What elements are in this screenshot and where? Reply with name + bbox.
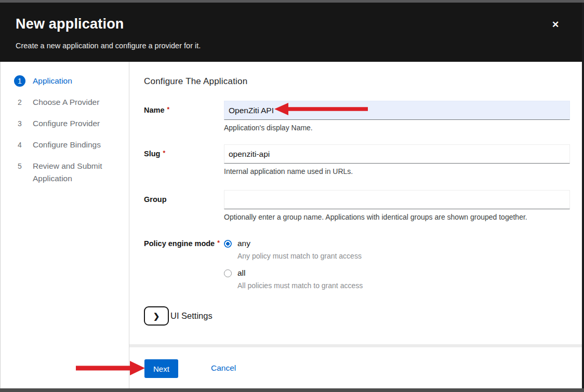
group-helper-text: Optionally enter a group name. Applicati… [224, 213, 570, 221]
footer-divider [129, 344, 582, 347]
form-row-name: Name* Application's display Name. [144, 101, 570, 132]
required-asterisk: * [167, 106, 170, 113]
wizard-step-choose-provider[interactable]: 2 Choose A Provider [1, 97, 129, 109]
group-input[interactable] [224, 190, 570, 209]
policy-mode-all-label: all [237, 268, 246, 278]
new-application-modal-screen: New application Create a new application… [0, 0, 584, 392]
form-row-group: Group Optionally enter a group name. App… [144, 190, 570, 221]
policy-mode-any-helper: Any policy must match to grant access [237, 252, 570, 260]
name-input[interactable] [224, 101, 570, 120]
ui-settings-label: UI Settings [170, 311, 213, 321]
step-label: Configure Bindings [33, 139, 101, 151]
policy-mode-all-helper: All policies must match to grant access [237, 281, 570, 290]
radio-selected-icon[interactable] [224, 240, 232, 248]
group-label: Group [144, 190, 224, 221]
modal-title: New application [16, 16, 124, 32]
modal-body: 1 Application 2 Choose A Provider 3 Conf… [0, 62, 582, 388]
ui-settings-section: ❯ UI Settings [144, 306, 213, 326]
wizard-main-pane: Configure The Application Name* Applicat… [129, 62, 582, 388]
cancel-link[interactable]: Cancel [211, 363, 236, 373]
next-button[interactable]: Next [144, 359, 178, 378]
wizard-step-configure-provider[interactable]: 3 Configure Provider [1, 118, 129, 130]
slug-helper-text: Internal application name used in URLs. [224, 167, 570, 175]
pane-heading: Configure The Application [144, 76, 247, 87]
step-number-badge: 2 [14, 97, 25, 108]
radio-unselected-icon[interactable] [224, 269, 232, 277]
step-number-badge: 5 [14, 160, 25, 172]
policy-mode-any-label: any [237, 239, 250, 248]
wizard-steps-nav: 1 Application 2 Choose A Provider 3 Conf… [1, 62, 129, 388]
page-backdrop-bottom [0, 388, 584, 392]
close-icon[interactable]: ✕ [549, 18, 562, 32]
step-label: Configure Provider [33, 117, 100, 130]
wizard-step-application[interactable]: 1 Application [1, 75, 129, 87]
slug-input[interactable] [224, 144, 570, 164]
step-label: Choose A Provider [33, 96, 99, 109]
slug-label: Slug* [144, 144, 224, 175]
required-asterisk: * [217, 239, 220, 247]
modal-subtitle: Create a new application and configure a… [16, 42, 201, 50]
form-row-slug: Slug* Internal application name used in … [144, 144, 570, 175]
name-label: Name* [144, 101, 224, 132]
modal-header: New application Create a new application… [0, 3, 582, 62]
policy-engine-mode-label: Policy engine mode* [144, 238, 224, 297]
step-number-badge: 3 [14, 118, 25, 129]
required-asterisk: * [163, 150, 165, 157]
step-number-badge: 4 [14, 139, 25, 151]
wizard-step-review-submit[interactable]: 5 Review and Submit Application [1, 160, 129, 185]
step-number-badge: 1 [14, 75, 25, 87]
policy-mode-any-radio[interactable]: any [224, 238, 570, 248]
chevron-right-icon[interactable]: ❯ [144, 306, 169, 326]
wizard-step-configure-bindings[interactable]: 4 Configure Bindings [1, 139, 129, 151]
page-backdrop-right [582, 3, 584, 388]
name-helper-text: Application's display Name. [224, 124, 570, 132]
form-row-policy-engine-mode: Policy engine mode* any Any policy must … [144, 238, 570, 297]
policy-mode-all-radio[interactable]: all [224, 267, 570, 278]
step-label: Application [33, 75, 72, 87]
step-label: Review and Submit Application [33, 160, 111, 185]
